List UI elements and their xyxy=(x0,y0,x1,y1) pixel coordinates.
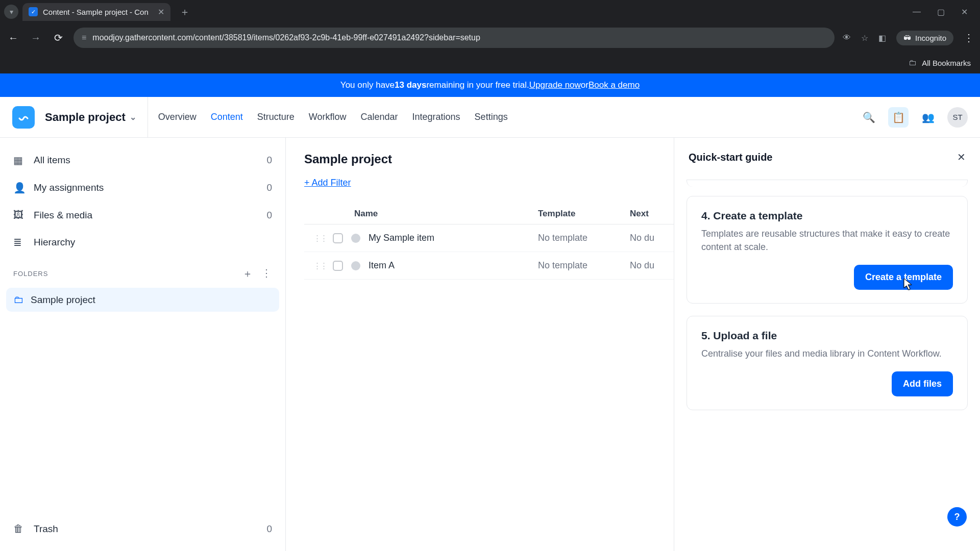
column-template[interactable]: Template xyxy=(538,209,630,219)
user-icon: 👤 xyxy=(13,182,26,194)
chevron-down-icon: ⌄ xyxy=(130,112,136,122)
search-button[interactable]: 🔍 xyxy=(859,107,879,128)
drag-handle-icon[interactable]: ⋮⋮ xyxy=(313,234,327,243)
card-title: 4. Create a template xyxy=(701,210,953,222)
sidebar-item-count: 0 xyxy=(266,182,272,193)
card-description: Centralise your files and media library … xyxy=(701,347,953,360)
add-filter-link[interactable]: + Add Filter xyxy=(304,178,351,188)
folder-menu-button[interactable]: ⋮ xyxy=(261,267,272,281)
trial-banner: You only have 13 days remaining in your … xyxy=(0,73,980,97)
maximize-icon[interactable]: ▢ xyxy=(937,7,945,17)
folders-heading: FOLDERS ＋ ⋮ xyxy=(6,258,279,285)
reload-button[interactable]: ⟳ xyxy=(51,31,65,45)
browser-menu-icon[interactable]: ⋮ xyxy=(964,32,974,44)
upgrade-now-link[interactable]: Upgrade now xyxy=(529,80,581,90)
clipboard-icon: 📋 xyxy=(892,111,905,123)
sidebar-item-assignments[interactable]: 👤 My assignments 0 xyxy=(6,176,279,200)
bookmarks-folder-icon[interactable]: 🗀 xyxy=(909,58,917,67)
incognito-badge[interactable]: 🕶 Incognito xyxy=(896,31,953,45)
close-window-icon[interactable]: ✕ xyxy=(961,7,968,17)
sidebar-item-label: Hierarchy xyxy=(34,237,75,248)
tabs-dropdown-button[interactable]: ▾ xyxy=(4,5,18,19)
nav-calendar[interactable]: Calendar xyxy=(361,112,398,122)
drag-handle-icon[interactable]: ⋮⋮ xyxy=(313,261,327,270)
sidebar-item-label: Trash xyxy=(34,523,58,535)
add-files-button[interactable]: Add files xyxy=(892,371,953,396)
bookmarks-all-label[interactable]: All Bookmarks xyxy=(922,59,971,67)
guide-button[interactable]: 📋 xyxy=(888,107,909,128)
incognito-label: Incognito xyxy=(915,34,946,42)
create-template-button[interactable]: Create a template xyxy=(854,265,953,290)
nav-content[interactable]: Content xyxy=(211,112,243,122)
trash-icon: 🗑 xyxy=(13,523,26,535)
add-folder-button[interactable]: ＋ xyxy=(242,267,253,281)
people-icon: 👥 xyxy=(922,111,935,123)
row-checkbox[interactable] xyxy=(333,261,343,271)
status-dot-icon xyxy=(351,261,360,270)
window-controls: — ▢ ✕ xyxy=(913,7,976,17)
sidebar-item-all-items[interactable]: ▦ All items 0 xyxy=(6,148,279,172)
row-name: My Sample item xyxy=(369,233,434,243)
bookmarks-bar: 🗀 All Bookmarks xyxy=(0,52,980,73)
banner-prefix: You only have xyxy=(340,80,395,90)
top-nav-right: 🔍 📋 👥 ST xyxy=(859,107,968,128)
tabs-row: ▾ ✓ Content - Sample project - Con ✕ ＋ —… xyxy=(0,0,980,23)
minimize-icon[interactable]: — xyxy=(913,7,921,17)
previous-card-edge xyxy=(687,180,968,187)
browser-chrome: ▾ ✓ Content - Sample project - Con ✕ ＋ —… xyxy=(0,0,980,73)
close-tab-icon[interactable]: ✕ xyxy=(158,7,164,17)
panel-body[interactable]: 4. Create a template Templates are reusa… xyxy=(674,177,980,551)
column-name[interactable]: Name xyxy=(313,209,538,219)
nav-structure[interactable]: Structure xyxy=(257,112,295,122)
folder-icon: 🗀 xyxy=(13,294,23,306)
main-nav: Overview Content Structure Workflow Cale… xyxy=(158,112,508,122)
side-panel-icon[interactable]: ◧ xyxy=(878,33,886,43)
close-panel-button[interactable]: ✕ xyxy=(957,151,966,163)
new-tab-button[interactable]: ＋ xyxy=(175,5,195,19)
forward-button[interactable]: → xyxy=(29,31,43,45)
guide-card-upload: 5. Upload a file Centralise your files a… xyxy=(687,316,968,410)
book-demo-link[interactable]: Book a demo xyxy=(589,80,640,90)
avatar[interactable]: ST xyxy=(947,107,968,128)
sidebar-item-count: 0 xyxy=(266,210,272,221)
people-button[interactable]: 👥 xyxy=(918,107,938,128)
address-bar[interactable]: ≡ moodjoy.gathercontent.com/content/3858… xyxy=(74,28,835,48)
folder-item-sample-project[interactable]: 🗀 Sample project xyxy=(6,288,279,312)
browser-tab-active[interactable]: ✓ Content - Sample project - Con ✕ xyxy=(22,3,170,21)
help-fab-button[interactable]: ? xyxy=(947,507,967,527)
banner-middle: remaining in your free trial. xyxy=(426,80,529,90)
sidebar-item-files[interactable]: 🖼 Files & media 0 xyxy=(6,203,279,227)
status-dot-icon xyxy=(351,234,360,243)
body-row: ▦ All items 0 👤 My assignments 0 🖼 Files… xyxy=(0,138,980,551)
grid-icon: ▦ xyxy=(13,154,26,166)
help-icon: ? xyxy=(954,512,960,522)
sidebar-item-label: All items xyxy=(34,155,70,166)
tab-title: Content - Sample project - Con xyxy=(43,8,149,16)
site-info-icon[interactable]: ≡ xyxy=(82,33,86,42)
card-title: 5. Upload a file xyxy=(701,330,953,342)
nav-workflow[interactable]: Workflow xyxy=(309,112,347,122)
back-button[interactable]: ← xyxy=(6,31,20,45)
project-switcher[interactable]: Sample project ⌄ xyxy=(45,97,148,138)
nav-overview[interactable]: Overview xyxy=(158,112,197,122)
banner-or: or xyxy=(581,80,589,90)
card-description: Templates are reusable structures that m… xyxy=(701,227,953,254)
tracking-icon[interactable]: 👁 xyxy=(843,33,851,42)
nav-integrations[interactable]: Integrations xyxy=(412,112,460,122)
row-name: Item A xyxy=(369,260,395,271)
address-right: 👁 ☆ ◧ 🕶 Incognito ⋮ xyxy=(843,31,974,45)
sidebar-item-label: My assignments xyxy=(34,182,104,193)
banner-days: 13 days xyxy=(395,80,426,90)
sidebar-item-count: 0 xyxy=(266,523,272,535)
nav-settings[interactable]: Settings xyxy=(475,112,508,122)
bookmark-star-icon[interactable]: ☆ xyxy=(861,33,868,43)
sidebar-item-trash[interactable]: 🗑 Trash 0 xyxy=(6,517,279,541)
quick-start-panel: Quick-start guide ✕ 4. Create a template… xyxy=(674,138,980,551)
image-icon: 🖼 xyxy=(13,209,26,221)
brand-logo-icon[interactable] xyxy=(12,106,35,129)
row-checkbox[interactable] xyxy=(333,233,343,243)
panel-title: Quick-start guide xyxy=(689,152,772,163)
guide-card-template: 4. Create a template Templates are reusa… xyxy=(687,196,968,304)
avatar-initials: ST xyxy=(952,113,962,121)
sidebar-item-hierarchy[interactable]: ≣ Hierarchy xyxy=(6,230,279,255)
